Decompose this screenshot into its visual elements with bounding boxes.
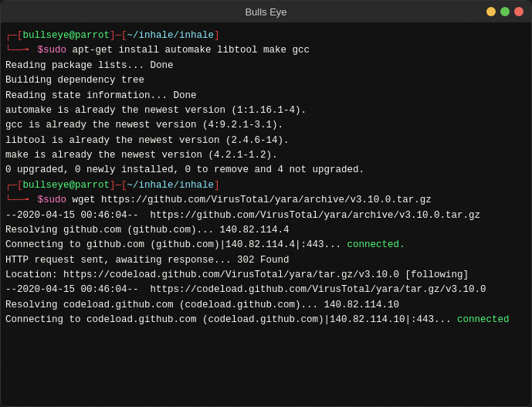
prompt-path-1: ~/inhale/inhale (127, 29, 215, 43)
cmd-text-2: wget https://github.com/VirusTotal/yara/… (66, 193, 432, 208)
terminal-window: Bulls Eye ┌─[bullseye@parrot]─[~/inhale/… (0, 0, 532, 407)
output-line-2: Building dependency tree (5, 73, 527, 88)
wget-line-4: HTTP request sent, awaiting response... … (5, 253, 527, 268)
output-line-6: libtool is already the newest version (2… (5, 134, 527, 148)
command-line-2: └──╼ $sudo wget https://github.com/Virus… (5, 193, 527, 208)
command-line-1: └──╼ $sudo apt-get install automake libt… (5, 43, 527, 58)
cmd-text-1: apt-get install automake libtool make gc… (66, 43, 310, 58)
bracket-open-2: ┌─[ (5, 178, 23, 193)
cmd-sudo-1: $sudo (38, 43, 67, 58)
wget-line-5: Location: https://codeload.github.com/Vi… (5, 268, 527, 283)
bracket-open-1: ┌─[ (5, 29, 23, 43)
output-line-7: make is already the newest version (4.2.… (5, 148, 527, 163)
prompt-user-1: bullseye (23, 29, 69, 43)
connected-1: connected. (347, 239, 405, 250)
prompt-path-2: ~/inhale/inhale (127, 178, 215, 193)
title-bar: Bulls Eye (1, 1, 531, 22)
prompt-line-1: ┌─[bullseye@parrot]─[~/inhale/inhale] (5, 29, 527, 43)
output-line-3: Reading state information... Done (5, 89, 527, 103)
window-controls (486, 7, 524, 16)
minimize-button[interactable] (486, 7, 496, 16)
window-title: Bulls Eye (245, 6, 286, 18)
close-button[interactable] (514, 7, 524, 16)
output-line-1: Reading package lists... Done (5, 59, 527, 73)
prompt-arrow-1: └──╼ (5, 43, 35, 58)
wget-line-1: --2020-04-15 00:46:04-- https://github.c… (5, 209, 527, 223)
maximize-button[interactable] (500, 7, 510, 16)
prompt-arrow-2: └──╼ (5, 193, 35, 208)
prompt-host-2: parrot (75, 178, 110, 193)
prompt-line-2: ┌─[bullseye@parrot]─[~/inhale/inhale] (5, 178, 527, 193)
connected-2: connected (457, 314, 510, 325)
wget-line-2: Resolving github.com (github.com)... 140… (5, 223, 527, 238)
output-line-4: automake is already the newest version (… (5, 103, 527, 118)
output-line-5: gcc is already the newest version (4:9.2… (5, 118, 527, 133)
terminal-output[interactable]: ┌─[bullseye@parrot]─[~/inhale/inhale] └─… (1, 22, 531, 406)
wget-line-7: Resolving codeload.github.com (codeload.… (5, 298, 527, 313)
prompt-user-2: bullseye (23, 178, 69, 193)
wget-line-8: Connecting to codeload.github.com (codel… (5, 313, 527, 327)
output-line-8: 0 upgraded, 0 newly installed, 0 to remo… (5, 163, 527, 178)
wget-line-3: Connecting to github.com (github.com)|14… (5, 238, 527, 253)
cmd-sudo-2: $sudo (38, 193, 67, 208)
wget-line-6: --2020-04-15 00:46:04-- https://codeload… (5, 283, 527, 297)
prompt-host-1: parrot (75, 29, 110, 43)
